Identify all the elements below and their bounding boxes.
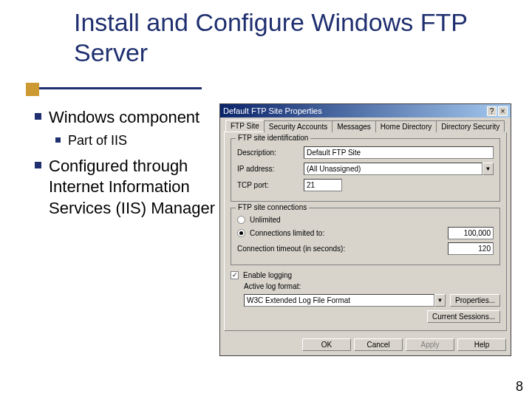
- slide-title: Install and Configure Windows FTP Server: [74, 7, 499, 68]
- bullet-icon: [35, 162, 41, 168]
- bullet-1a: Part of IIS: [55, 133, 219, 149]
- help-icon[interactable]: ?: [487, 106, 497, 116]
- current-sessions-button[interactable]: Current Sessions...: [427, 310, 500, 323]
- tcp-port-field[interactable]: [304, 179, 342, 191]
- log-format-label: Active log format:: [244, 282, 321, 290]
- bullet-icon: [35, 113, 41, 120]
- log-format-field[interactable]: [244, 294, 434, 307]
- tab-home-directory[interactable]: Home Directory: [375, 120, 437, 132]
- tab-security-accounts[interactable]: Security Accounts: [264, 120, 332, 132]
- connections-limit-field[interactable]: [448, 227, 494, 239]
- slide-number: 8: [516, 379, 523, 395]
- group-identification-title: FTP site identification: [236, 134, 310, 142]
- radio-icon[interactable]: [237, 216, 245, 224]
- close-icon[interactable]: ×: [498, 106, 508, 116]
- description-field[interactable]: [304, 146, 494, 159]
- tab-directory-security[interactable]: Directory Security: [436, 120, 505, 132]
- ok-button[interactable]: OK: [302, 338, 351, 351]
- dialog-title: Default FTP Site Properties: [223, 106, 487, 115]
- radio-unlimited-row[interactable]: Unlimited: [237, 216, 494, 224]
- tab-panel: FTP site identification Description: IP …: [224, 132, 507, 331]
- timeout-label: Connection timeout (in seconds):: [237, 245, 448, 253]
- radio-limited-row[interactable]: Connections limited to:: [237, 227, 494, 239]
- log-format-combo[interactable]: ▼: [244, 294, 446, 307]
- ftp-properties-dialog: Default FTP Site Properties ? × FTP Site…: [219, 103, 511, 356]
- bullet-1a-text: Part of IIS: [68, 133, 127, 149]
- bullet-2-text: Configured through Internet Information …: [49, 156, 219, 219]
- chevron-down-icon[interactable]: ▼: [482, 163, 494, 175]
- checkbox-icon[interactable]: ✓: [231, 271, 239, 279]
- title-accent-square: [26, 83, 39, 96]
- bullet-1: Windows component: [35, 107, 219, 129]
- ip-address-field[interactable]: [304, 163, 482, 175]
- help-button[interactable]: Help: [457, 338, 506, 351]
- dialog-button-row: OK Cancel Apply Help: [220, 338, 511, 355]
- dialog-titlebar[interactable]: Default FTP Site Properties ? ×: [220, 104, 511, 117]
- slide-title-region: Install and Configure Windows FTP Server: [26, 7, 499, 68]
- description-label: Description:: [237, 149, 304, 157]
- properties-button[interactable]: Properties...: [450, 294, 500, 307]
- slide-body: Windows component Part of IIS Configured…: [35, 107, 219, 222]
- radio-unlimited-label: Unlimited: [250, 216, 281, 224]
- bullet-1-text: Windows component: [49, 107, 200, 129]
- ip-address-label: IP address:: [237, 165, 304, 173]
- cancel-button[interactable]: Cancel: [354, 338, 403, 351]
- chevron-down-icon[interactable]: ▼: [434, 294, 446, 307]
- enable-logging-row[interactable]: ✓ Enable logging: [231, 271, 500, 279]
- ip-address-combo[interactable]: ▼: [304, 163, 494, 175]
- title-underline: [26, 87, 202, 89]
- bullet-2: Configured through Internet Information …: [35, 156, 219, 219]
- tab-ftp-site[interactable]: FTP Site: [225, 120, 265, 132]
- group-identification: FTP site identification Description: IP …: [231, 138, 500, 202]
- group-connections: FTP site connections Unlimited Connectio…: [231, 208, 500, 265]
- tab-messages[interactable]: Messages: [332, 120, 376, 132]
- radio-limited-label: Connections limited to:: [250, 229, 443, 237]
- group-connections-title: FTP site connections: [236, 203, 309, 211]
- enable-logging-label: Enable logging: [243, 271, 292, 279]
- apply-button[interactable]: Apply: [406, 338, 454, 351]
- tab-strip: FTP Site Security Accounts Messages Home…: [224, 120, 507, 132]
- timeout-field[interactable]: [448, 242, 494, 255]
- radio-icon[interactable]: [237, 229, 245, 237]
- logging-subgroup: Active log format: ▼ Properties...: [244, 282, 500, 307]
- bullet-icon: [55, 137, 61, 143]
- tcp-port-label: TCP port:: [237, 181, 304, 189]
